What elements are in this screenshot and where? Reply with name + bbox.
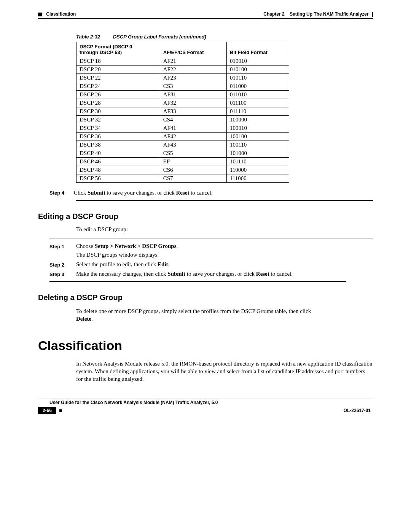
table-cell: AF33 (160, 107, 226, 116)
footer-row: 2-66 OL-22617-01 (38, 407, 373, 414)
step-row: Step 1Choose Setup > Network > DSCP Grou… (49, 243, 373, 258)
table-row: DSCP 30AF33011110 (76, 107, 289, 116)
step-text: Choose Setup > Network > DSCP Groups.The… (76, 243, 373, 258)
step-label: Step 3 (49, 271, 76, 277)
table-cell: 100100 (226, 133, 289, 141)
table-cell: 110000 (226, 166, 289, 174)
steps-top-rule (49, 238, 373, 238)
page-number: 2-66 (38, 407, 56, 414)
table-cell: AF42 (160, 133, 226, 141)
step-label: Step 4 (49, 190, 72, 196)
table-cell: 010010 (226, 57, 289, 66)
table-caption: Table 2-32 DSCP Group Label Formats (con… (76, 34, 373, 40)
edit-steps-list: Step 1Choose Setup > Network > DSCP Grou… (49, 243, 373, 277)
table-cell: 011000 (226, 82, 289, 91)
table-cell: 011110 (226, 107, 289, 116)
step-text: Make the necessary changes, then click S… (76, 271, 373, 277)
table-cell: DSCP 24 (76, 82, 160, 91)
table-cell: 010100 (226, 66, 289, 74)
table-cell: AF22 (160, 66, 226, 74)
table-cell: DSCP 30 (76, 107, 160, 116)
table-row: DSCP 40CS5101000 (76, 149, 289, 158)
classification-paragraph: In Network Analysis Module release 5.0, … (76, 360, 373, 383)
table-cell: DSCP 20 (76, 66, 160, 74)
header-rule (38, 18, 373, 19)
table-cell: AF21 (160, 57, 226, 66)
step-label: Step 1 (49, 243, 76, 258)
table-row: DSCP 48CS6110000 (76, 166, 289, 174)
header-square-icon (38, 13, 42, 16)
table-cell: CS4 (160, 116, 226, 124)
table-cell: CS5 (160, 149, 226, 158)
table-cell: AF41 (160, 124, 226, 133)
step4-row: Step 4 Click Submit to save your changes… (49, 190, 373, 196)
step-row: Step 3Make the necessary changes, then c… (49, 271, 373, 277)
table-row: DSCP 26AF31011010 (76, 91, 289, 99)
table-row: DSCP 22AF23010110 (76, 74, 289, 82)
table-cell: DSCP 22 (76, 74, 160, 82)
footer-rule (38, 398, 373, 398)
table-title: DSCP Group Label Formats (continued) (113, 34, 206, 40)
table-row: DSCP 20AF22010100 (76, 66, 289, 74)
editing-heading: Editing a DSCP Group (38, 212, 373, 221)
header-section-name: Classification (46, 11, 76, 17)
table-cell: 100000 (226, 116, 289, 124)
footer-doc-id: OL-22617-01 (344, 408, 371, 413)
step4-text: Click Submit to save your changes, or cl… (74, 190, 213, 196)
deleting-heading: Deleting a DSCP Group (38, 293, 373, 302)
table-row: DSCP 34AF41100010 (76, 124, 289, 133)
table-row: DSCP 24CS3011000 (76, 82, 289, 91)
table-cell: 011100 (226, 99, 289, 107)
table-cell: AF23 (160, 74, 226, 82)
table-cell: DSCP 56 (76, 174, 160, 183)
header-bar-icon (372, 12, 373, 17)
table-cell: AF43 (160, 141, 226, 149)
table-cell: DSCP 28 (76, 99, 160, 107)
table-cell: 010110 (226, 74, 289, 82)
table-cell: AF32 (160, 99, 226, 107)
table-row: DSCP 38AF43100110 (76, 141, 289, 149)
table-cell: DSCP 26 (76, 91, 160, 99)
table-row: DSCP 36AF42100100 (76, 133, 289, 141)
table-row: DSCP 32CS4100000 (76, 116, 289, 124)
table-cell: CS6 (160, 166, 226, 174)
footer-square-icon (59, 409, 62, 412)
table-row: DSCP 28AF32011100 (76, 99, 289, 107)
table-cell: DSCP 38 (76, 141, 160, 149)
table-cell: CS7 (160, 174, 226, 183)
page-header: Classification Chapter 2 Setting Up The … (38, 11, 373, 17)
table-cell: CS3 (160, 82, 226, 91)
section-divider (76, 200, 373, 201)
step-text: Select the profile to edit, then click E… (76, 261, 373, 268)
editing-intro: To edit a DSCP group: (76, 226, 373, 233)
table-cell: 101000 (226, 149, 289, 158)
header-chapter-label: Chapter 2 (263, 11, 284, 17)
table-cell: 101110 (226, 158, 289, 166)
classification-heading: Classification (38, 338, 373, 353)
table-cell: EF (160, 158, 226, 166)
table-row: DSCP 56CS7111000 (76, 174, 289, 183)
table-cell: 100010 (226, 124, 289, 133)
table-cell: DSCP 18 (76, 57, 160, 66)
table-cell: DSCP 34 (76, 124, 160, 133)
deleting-paragraph: To delete one or more DSCP groups, simpl… (76, 307, 373, 323)
header-chapter-title: Setting Up The NAM Traffic Analyzer (290, 11, 369, 17)
table-cell: DSCP 36 (76, 133, 160, 141)
table-number: Table 2-32 (76, 34, 100, 40)
table-row: DSCP 46EF101110 (76, 158, 289, 166)
col-header-af: AF/EF/CS Format (160, 42, 226, 57)
table-cell: DSCP 40 (76, 149, 160, 158)
col-header-dscp: DSCP Format (DSCP 0 through DSCP 63) (76, 42, 160, 57)
table-cell: 111000 (226, 174, 289, 183)
table-cell: DSCP 32 (76, 116, 160, 124)
col-header-bit: Bit Field Format (226, 42, 289, 57)
table-cell: DSCP 46 (76, 158, 160, 166)
steps-bottom-rule (49, 281, 346, 282)
table-cell: AF31 (160, 91, 226, 99)
table-cell: 011010 (226, 91, 289, 99)
dscp-table: DSCP Format (DSCP 0 through DSCP 63) AF/… (76, 42, 289, 183)
table-cell: DSCP 48 (76, 166, 160, 174)
table-cell: 100110 (226, 141, 289, 149)
footer-doc-title: User Guide for the Cisco Network Analysi… (49, 400, 373, 405)
step-row: Step 2Select the profile to edit, then c… (49, 261, 373, 268)
